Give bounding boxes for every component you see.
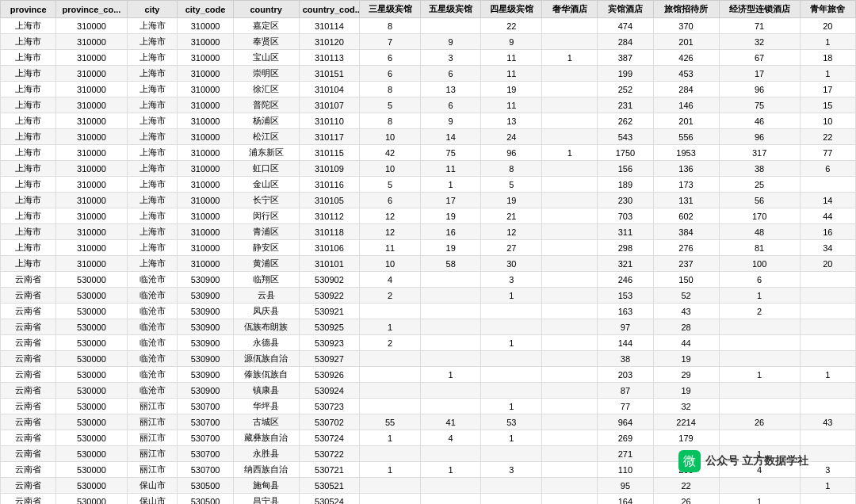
cell-2-11: 426 — [653, 50, 719, 66]
cell-25-0: 云南省 — [1, 414, 56, 430]
cell-11-4: 长宁区 — [233, 193, 299, 208]
cell-22-13: 1 — [800, 367, 855, 383]
cell-16-12: 6 — [719, 272, 800, 288]
cell-2-13: 18 — [800, 50, 855, 66]
table-row: 云南省530000临沧市530900永德县5309232114444 — [1, 335, 856, 351]
cell-9-0: 上海市 — [1, 161, 56, 177]
cell-4-0: 上海市 — [1, 82, 56, 97]
cell-17-9 — [542, 288, 598, 304]
cell-15-7: 58 — [420, 256, 481, 272]
cell-1-3: 310000 — [178, 34, 233, 50]
cell-4-11: 284 — [653, 82, 719, 97]
table-row: 云南省530000临沧市530900源佤族自治5309273819 — [1, 351, 856, 367]
cell-10-1: 310000 — [56, 177, 127, 193]
cell-20-9 — [542, 335, 598, 351]
cell-29-9 — [542, 478, 598, 494]
cell-27-4: 永胜县 — [233, 446, 299, 462]
cell-3-2: 上海市 — [127, 66, 178, 82]
cell-6-8: 13 — [481, 113, 542, 129]
cell-13-9 — [542, 224, 598, 240]
cell-12-3: 310000 — [178, 208, 233, 224]
cell-20-7 — [420, 335, 481, 351]
cell-24-5: 530723 — [299, 399, 360, 414]
col-header-five_star: 五星级宾馆 — [420, 1, 481, 18]
cell-30-6 — [360, 494, 421, 505]
cell-8-6: 42 — [360, 145, 421, 161]
cell-29-8 — [481, 478, 542, 494]
cell-12-8: 21 — [481, 208, 542, 224]
cell-9-9 — [542, 161, 598, 177]
cell-2-5: 310113 — [299, 50, 360, 66]
cell-16-1: 530000 — [56, 272, 127, 288]
cell-24-8: 1 — [481, 399, 542, 414]
table-row: 上海市310000上海市310000嘉定区3101148224743707120 — [1, 18, 856, 34]
cell-13-11: 384 — [653, 224, 719, 240]
cell-12-11: 602 — [653, 208, 719, 224]
cell-20-13 — [800, 335, 855, 351]
cell-0-6: 8 — [360, 18, 421, 34]
cell-11-11: 131 — [653, 193, 719, 208]
cell-18-0: 云南省 — [1, 304, 56, 319]
cell-22-12: 1 — [719, 367, 800, 383]
cell-5-7: 6 — [420, 97, 481, 113]
cell-28-0: 云南省 — [1, 462, 56, 478]
cell-4-1: 310000 — [56, 82, 127, 97]
cell-4-7: 13 — [420, 82, 481, 97]
cell-29-5: 530521 — [299, 478, 360, 494]
cell-29-4: 施甸县 — [233, 478, 299, 494]
cell-16-8: 3 — [481, 272, 542, 288]
table-row: 上海市310000上海市310000金山区31011651518917325 — [1, 177, 856, 193]
cell-7-13: 22 — [800, 129, 855, 145]
cell-10-3: 310000 — [178, 177, 233, 193]
cell-11-7: 17 — [420, 193, 481, 208]
cell-5-1: 310000 — [56, 97, 127, 113]
cell-17-12: 1 — [719, 288, 800, 304]
cell-20-12 — [719, 335, 800, 351]
cell-8-2: 上海市 — [127, 145, 178, 161]
cell-12-6: 12 — [360, 208, 421, 224]
cell-27-5: 530722 — [299, 446, 360, 462]
cell-30-4: 昌宁县 — [233, 494, 299, 505]
cell-11-2: 上海市 — [127, 193, 178, 208]
cell-3-0: 上海市 — [1, 66, 56, 82]
cell-2-1: 310000 — [56, 50, 127, 66]
cell-28-8: 3 — [481, 462, 542, 478]
cell-4-10: 252 — [598, 82, 653, 97]
cell-0-13: 20 — [800, 18, 855, 34]
cell-11-9 — [542, 193, 598, 208]
cell-27-10: 271 — [598, 446, 653, 462]
cell-16-9 — [542, 272, 598, 288]
cell-25-9 — [542, 414, 598, 430]
cell-12-5: 310112 — [299, 208, 360, 224]
cell-3-10: 199 — [598, 66, 653, 82]
cell-20-10: 144 — [598, 335, 653, 351]
cell-13-2: 上海市 — [127, 224, 178, 240]
cell-30-11: 26 — [653, 494, 719, 505]
table-row: 上海市310000上海市310000长宁区3101056171923013156… — [1, 193, 856, 208]
cell-7-2: 上海市 — [127, 129, 178, 145]
cell-10-11: 173 — [653, 177, 719, 193]
cell-29-3: 530500 — [178, 478, 233, 494]
table-row: 上海市310000上海市310000闵行区3101121219217036021… — [1, 208, 856, 224]
cell-12-7: 19 — [420, 208, 481, 224]
cell-23-0: 云南省 — [1, 383, 56, 399]
cell-1-12: 32 — [719, 34, 800, 50]
cell-14-7: 19 — [420, 240, 481, 256]
cell-25-1: 530000 — [56, 414, 127, 430]
cell-14-0: 上海市 — [1, 240, 56, 256]
cell-10-13 — [800, 177, 855, 193]
table-row: 云南省530000丽江市530700华坪县53072317732 — [1, 399, 856, 414]
cell-24-13 — [800, 399, 855, 414]
cell-13-10: 311 — [598, 224, 653, 240]
cell-28-5: 530721 — [299, 462, 360, 478]
cell-19-5: 530925 — [299, 319, 360, 335]
cell-16-10: 246 — [598, 272, 653, 288]
cell-12-4: 闵行区 — [233, 208, 299, 224]
cell-27-1: 530000 — [56, 446, 127, 462]
cell-9-11: 136 — [653, 161, 719, 177]
cell-17-1: 530000 — [56, 288, 127, 304]
cell-7-6: 10 — [360, 129, 421, 145]
cell-5-9 — [542, 97, 598, 113]
cell-24-10: 77 — [598, 399, 653, 414]
cell-7-0: 上海市 — [1, 129, 56, 145]
